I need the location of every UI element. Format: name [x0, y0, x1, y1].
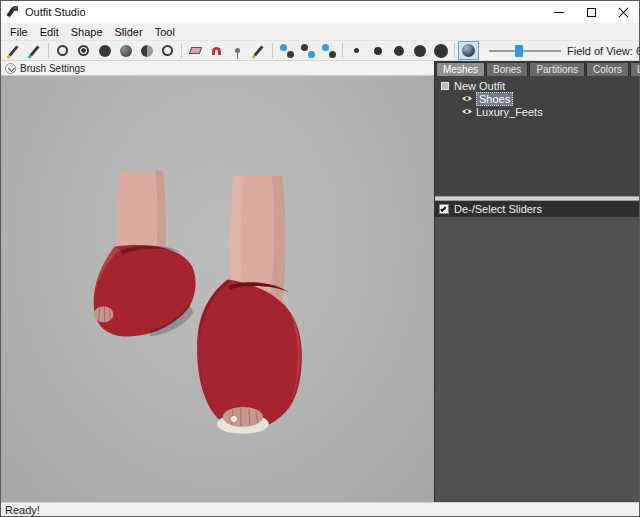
viewport-column: Brush Settings: [1, 61, 434, 502]
check-icon: [440, 205, 446, 211]
maximize-button[interactable]: [575, 1, 607, 23]
close-icon: [618, 7, 629, 18]
status-bar: Ready!: [1, 502, 639, 516]
tab-partitions[interactable]: Partitions: [529, 62, 585, 76]
tab-meshes[interactable]: Meshes: [436, 62, 485, 76]
menu-edit[interactable]: Edit: [34, 25, 65, 39]
brush-size-4-icon[interactable]: [409, 41, 430, 60]
status-text: Ready!: [5, 504, 40, 516]
deselect-sliders-label: De-/Select Sliders: [454, 203, 542, 215]
toolbar-separator: [272, 43, 273, 58]
select-sliders-checkbox[interactable]: [439, 204, 449, 214]
brush-size-1-icon[interactable]: [346, 41, 367, 60]
toolbar-separator: [181, 43, 182, 58]
viewport-3d[interactable]: [1, 76, 434, 502]
slider-track: [489, 50, 561, 52]
tree-item-label: Luxury_Feets: [476, 106, 543, 118]
deflate-brush-icon[interactable]: [73, 41, 94, 60]
minimize-icon: [554, 12, 564, 13]
weight-brush-icon[interactable]: [136, 41, 157, 60]
menu-bar: File Edit Shape Slider Tool: [1, 23, 639, 40]
slider-thumb[interactable]: [515, 45, 523, 57]
field-of-view-slider[interactable]: [489, 43, 561, 59]
left-shoe: [94, 245, 196, 336]
vertex-edit-icon[interactable]: [276, 41, 297, 60]
tree-item-shoes[interactable]: Shoes: [439, 92, 639, 105]
brush-size-3-icon[interactable]: [388, 41, 409, 60]
window-controls: [543, 1, 639, 23]
move-brush-icon[interactable]: [94, 41, 115, 60]
minimize-button[interactable]: [543, 1, 575, 23]
sliders-list[interactable]: [435, 217, 639, 502]
tree-item-luxury-feets[interactable]: Luxury_Feets: [439, 105, 639, 118]
menu-slider[interactable]: Slider: [109, 25, 149, 39]
tree-item-new-outfit[interactable]: New Outfit: [439, 79, 639, 92]
eye-icon[interactable]: [461, 94, 473, 103]
chevron-down-icon[interactable]: [5, 63, 16, 74]
scene-feet-shoes: [1, 76, 434, 502]
toolbar-separator: [342, 43, 343, 58]
tab-lights[interactable]: Lights: [630, 62, 640, 76]
field-collision-sphere-icon[interactable]: [458, 41, 479, 60]
outfit-studio-window: Outfit Studio File Edit Shape Slider Too…: [0, 0, 640, 517]
right-shoe: [197, 280, 302, 434]
title-bar[interactable]: Outfit Studio: [1, 1, 639, 23]
main-content: Brush Settings: [1, 61, 639, 502]
transform-toggle-icon[interactable]: [318, 41, 339, 60]
mask-brush-icon[interactable]: [24, 41, 45, 60]
mesh-tree: New Outfit Shoes Luxury_Feets: [435, 76, 639, 196]
tree-item-label: New Outfit: [454, 80, 505, 92]
brush-size-2-icon[interactable]: [367, 41, 388, 60]
pin-tool-icon[interactable]: [227, 41, 248, 60]
tree-item-label: Shoes: [476, 92, 513, 106]
smooth-brush-icon[interactable]: [115, 41, 136, 60]
menu-file[interactable]: File: [4, 25, 34, 39]
inflate-brush-icon[interactable]: [52, 41, 73, 60]
app-icon: [7, 6, 19, 18]
menu-shape[interactable]: Shape: [65, 25, 109, 39]
tab-colors[interactable]: Colors: [586, 62, 629, 76]
field-of-view-label: Field of View: 65: [567, 45, 640, 57]
tab-bones[interactable]: Bones: [486, 62, 528, 76]
color-brush-icon[interactable]: [157, 41, 178, 60]
detail-brush-icon[interactable]: [248, 41, 269, 60]
brush-size-5-icon[interactable]: [430, 41, 451, 60]
panel-tabs: Meshes Bones Partitions Colors Lights: [435, 61, 639, 76]
deselect-sliders-header[interactable]: De-/Select Sliders: [435, 201, 639, 217]
magnet-tool-icon[interactable]: [206, 41, 227, 60]
toolbar-separator: [48, 43, 49, 58]
package-icon: [441, 82, 449, 90]
eraser-tool-icon[interactable]: [185, 41, 206, 60]
close-button[interactable]: [607, 1, 639, 23]
menu-tool[interactable]: Tool: [149, 25, 181, 39]
toolbar-separator: [454, 43, 455, 58]
select-brush-icon[interactable]: [3, 41, 24, 60]
right-panel: Meshes Bones Partitions Colors Lights Ne…: [434, 61, 639, 502]
window-title: Outfit Studio: [25, 6, 86, 18]
brush-settings-label: Brush Settings: [20, 63, 85, 74]
maximize-icon: [587, 8, 596, 17]
eye-icon[interactable]: [461, 107, 473, 116]
brush-settings-pane[interactable]: Brush Settings: [1, 61, 434, 76]
tool-bar: Field of View: 65: [1, 40, 639, 61]
edge-edit-icon[interactable]: [297, 41, 318, 60]
